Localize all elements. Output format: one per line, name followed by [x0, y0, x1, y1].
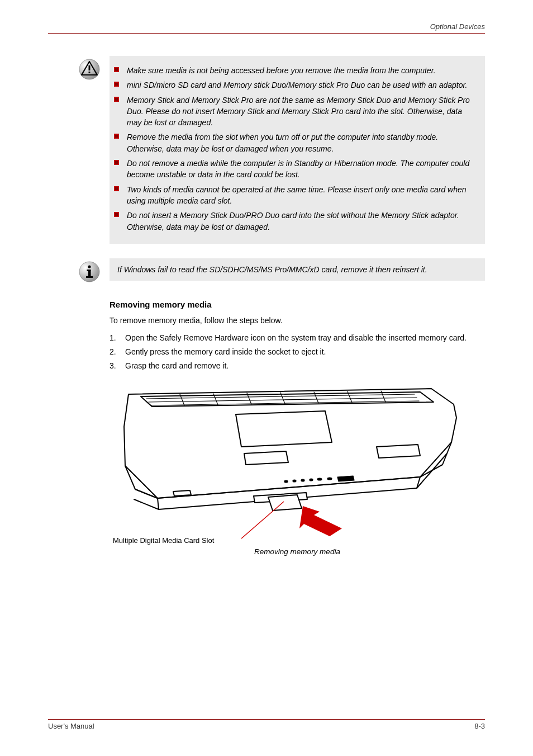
svg-point-5 — [88, 265, 91, 268]
warning-item: Do not remove a media while the computer… — [114, 158, 477, 181]
warning-item: mini SD/micro SD card and Memory stick D… — [114, 79, 477, 91]
warning-text: Remove the media from the slot when you … — [127, 131, 477, 154]
svg-point-13 — [317, 478, 322, 480]
svg-point-12 — [310, 479, 313, 481]
svg-point-11 — [301, 479, 304, 481]
warning-item: Make sure media is not being accessed be… — [114, 65, 477, 76]
section-paragraph: To remove memory media, follow the steps… — [110, 315, 485, 327]
figure: Multiple Digital Media Card Slot — [110, 382, 485, 544]
bullet-icon — [114, 212, 119, 217]
svg-rect-8 — [86, 276, 93, 278]
warning-callout: Make sure media is not being accessed be… — [110, 56, 485, 244]
step-item: 2. Gently press the memory card inside t… — [110, 346, 485, 358]
warning-text: Make sure media is not being accessed be… — [127, 65, 436, 76]
section-heading: Removing memory media — [110, 300, 485, 309]
step-item: 3. Grasp the card and remove it. — [110, 360, 485, 372]
bullet-icon — [114, 97, 119, 102]
warning-item: Do not insert a Memory Stick Duo/PRO Duo… — [114, 210, 477, 233]
warning-item: Remove the media from the slot when you … — [114, 131, 477, 154]
step-number: 1. — [110, 332, 125, 344]
step-number: 3. — [110, 360, 125, 372]
bullet-icon — [114, 67, 119, 72]
warning-text: Memory Stick and Memory Stick Pro are no… — [127, 94, 477, 129]
figure-callout-label: Multiple Digital Media Card Slot — [113, 536, 214, 545]
laptop-illustration — [118, 382, 476, 544]
svg-point-14 — [327, 478, 332, 480]
header-title: Optional Devices — [430, 22, 485, 31]
bullet-icon — [114, 134, 119, 139]
svg-rect-7 — [88, 270, 91, 277]
bullet-icon — [114, 186, 119, 191]
bullet-icon — [114, 82, 119, 87]
step-text: Gently press the memory card inside the … — [125, 346, 326, 358]
info-text: If Windows fail to read the SD/SDHC/MS/M… — [117, 265, 427, 274]
bullet-icon — [114, 160, 119, 165]
svg-marker-16 — [299, 506, 342, 536]
step-list: 1. Open the Safely Remove Hardware icon … — [110, 332, 485, 372]
figure-caption: Removing memory media — [110, 547, 485, 556]
page-footer: User's Manual 8-3 — [48, 719, 485, 730]
svg-rect-2 — [89, 65, 91, 70]
warning-item: Memory Stick and Memory Stick Pro are no… — [114, 94, 477, 129]
footer-left: User's Manual — [48, 722, 94, 730]
warning-text: Do not insert a Memory Stick Duo/PRO Duo… — [127, 210, 477, 233]
footer-right: 8-3 — [474, 722, 485, 730]
svg-rect-3 — [89, 72, 91, 73]
step-text: Grasp the card and remove it. — [125, 360, 229, 372]
info-icon — [78, 261, 101, 283]
svg-point-10 — [293, 480, 296, 482]
warning-text: Do not remove a media while the computer… — [127, 158, 477, 181]
step-item: 1. Open the Safely Remove Hardware icon … — [110, 332, 485, 344]
page-header: Optional Devices — [48, 22, 485, 34]
warning-text: Two kinds of media cannot be operated at… — [127, 184, 477, 207]
svg-line-15 — [241, 502, 284, 538]
warning-icon — [78, 58, 101, 81]
warning-item: Two kinds of media cannot be operated at… — [114, 184, 477, 207]
svg-point-9 — [284, 480, 288, 483]
step-text: Open the Safely Remove Hardware icon on … — [125, 332, 467, 344]
warning-text: mini SD/micro SD card and Memory stick D… — [127, 79, 468, 91]
info-callout: If Windows fail to read the SD/SDHC/MS/M… — [110, 258, 485, 281]
step-number: 2. — [110, 346, 125, 358]
